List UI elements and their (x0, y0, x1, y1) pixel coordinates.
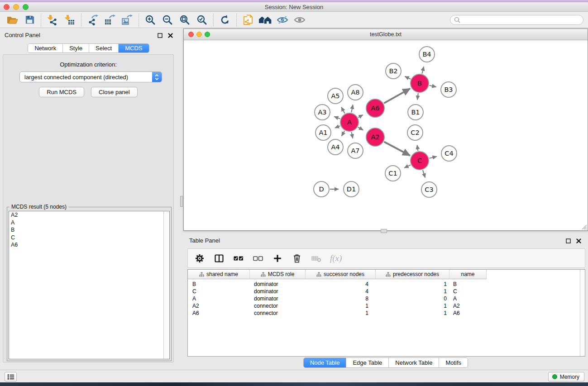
edge-C-C2[interactable] (417, 145, 418, 151)
result-item[interactable]: A (9, 219, 169, 227)
table-row[interactable]: Adominator80A (188, 295, 585, 302)
cell-name[interactable]: B (449, 281, 487, 288)
hide-selected-button[interactable] (274, 13, 291, 27)
cell-predecessors[interactable]: 1 (376, 302, 449, 310)
cell-mcds-role[interactable]: dominator (250, 288, 306, 295)
graph-node-C1[interactable]: C1 (385, 166, 401, 181)
graph-node-A6[interactable]: A6 (366, 99, 384, 117)
splitter-handle-bottom[interactable] (381, 229, 387, 233)
edge-B-B4[interactable] (422, 67, 424, 74)
zoom-fit-button[interactable] (176, 13, 193, 27)
edge-A-A6[interactable] (358, 115, 363, 118)
run-mcds-button[interactable]: Run MCDS (39, 87, 84, 97)
create-column-button[interactable] (272, 253, 283, 264)
show-all-button[interactable] (291, 13, 308, 27)
tab-motifs[interactable]: Motifs (439, 358, 468, 367)
edge-C-C1[interactable] (404, 165, 411, 168)
import-network-button[interactable] (44, 13, 61, 27)
tab-network-table[interactable]: Network Table (389, 358, 439, 367)
table-row[interactable]: A6connector11A6 (188, 310, 585, 317)
cell-predecessors[interactable]: 0 (376, 295, 449, 302)
zoom-in-button[interactable] (142, 13, 159, 27)
cell-shared-name[interactable]: A6 (188, 310, 250, 317)
graph-node-B2[interactable]: B2 (386, 63, 401, 79)
delete-column-button[interactable] (291, 253, 303, 264)
memory-button[interactable]: Memory (548, 372, 584, 381)
search-input[interactable] (463, 17, 583, 23)
tab-style[interactable]: Style (63, 44, 89, 52)
edge-A-A1[interactable] (335, 126, 340, 128)
graph-node-A8[interactable]: A8 (348, 85, 363, 100)
tab-mcds[interactable]: MCDS (119, 44, 148, 52)
zoom-out-button[interactable] (159, 13, 176, 27)
cell-successors[interactable]: 1 (306, 310, 376, 317)
tab-network[interactable]: Network (28, 44, 63, 52)
close-table-panel-button[interactable] (575, 238, 582, 244)
result-item[interactable]: A2 (9, 211, 169, 219)
graph-node-C4[interactable]: C4 (441, 146, 457, 161)
edge-A-A2[interactable] (358, 127, 363, 130)
edge-C-C3[interactable] (423, 170, 425, 178)
import-table-button[interactable] (61, 13, 78, 27)
graph-node-A7[interactable]: A7 (348, 143, 363, 158)
graph-node-B1[interactable]: B1 (408, 105, 423, 120)
resize-grip[interactable] (581, 224, 587, 230)
graph-node-A2[interactable]: A2 (366, 128, 384, 146)
edge-A-A8[interactable] (351, 105, 353, 113)
deselect-all-columns-button[interactable] (252, 253, 264, 264)
graph-node-B4[interactable]: B4 (419, 47, 435, 62)
close-panel-button[interactable] (167, 32, 173, 38)
home-button[interactable] (257, 13, 274, 27)
column-header-predecessor-nodes[interactable]: predecessor nodes (376, 270, 449, 279)
edge-A-A5[interactable] (341, 107, 344, 114)
column-header-mcds-role[interactable]: MCDS role (250, 270, 306, 279)
export-image-button[interactable] (119, 13, 136, 27)
result-item[interactable]: A6 (9, 241, 169, 249)
table-settings-button[interactable] (194, 253, 206, 264)
table-row[interactable]: A2connector11A2 (188, 302, 585, 310)
tab-node-table[interactable]: Node Table (304, 358, 347, 367)
zoom-selected-button[interactable] (193, 13, 210, 27)
cell-successors[interactable]: 8 (306, 295, 376, 302)
edge-A6-B[interactable] (384, 89, 410, 104)
cell-predecessors[interactable]: 1 (376, 281, 449, 288)
cell-successors[interactable]: 4 (306, 288, 376, 295)
export-table-button[interactable] (101, 13, 119, 27)
cell-mcds-role[interactable]: connector (250, 310, 306, 317)
cell-mcds-role[interactable]: dominator (250, 295, 306, 302)
tab-edge-table[interactable]: Edge Table (346, 358, 389, 367)
cell-mcds-role[interactable]: dominator (250, 281, 306, 288)
graph-node-B3[interactable]: B3 (441, 82, 456, 97)
criterion-dropdown[interactable]: largest connected component (directed) (19, 71, 162, 82)
cell-name[interactable]: C (449, 288, 487, 295)
export-network-button[interactable] (84, 13, 101, 27)
cell-successors[interactable]: 1 (306, 302, 376, 310)
edge-B-B1[interactable] (417, 93, 418, 100)
cell-shared-name[interactable]: A (188, 295, 250, 302)
splitter-handle-left[interactable] (180, 196, 183, 207)
open-session-button[interactable] (4, 13, 21, 27)
show-column-panel-button[interactable] (213, 253, 225, 264)
cell-predecessors[interactable]: 1 (376, 310, 449, 317)
edge-A2-C[interactable] (384, 142, 410, 156)
graph-node-A[interactable]: A (340, 113, 359, 131)
table-scrollbar[interactable] (580, 270, 585, 356)
column-header-shared-name[interactable]: shared name (188, 270, 250, 279)
graph-node-A4[interactable]: A4 (328, 139, 343, 155)
edge-C-C4[interactable] (429, 157, 436, 158)
tab-select[interactable]: Select (89, 44, 119, 52)
cell-shared-name[interactable]: B (188, 281, 250, 288)
select-all-columns-button[interactable] (233, 253, 244, 264)
cell-name[interactable]: A2 (449, 302, 487, 310)
edge-B-B3[interactable] (430, 86, 436, 87)
edge-A-A4[interactable] (342, 131, 345, 136)
graph-node-D1[interactable]: D1 (344, 181, 359, 197)
save-session-button[interactable] (21, 13, 38, 27)
task-history-button[interactable] (5, 372, 17, 381)
result-item[interactable]: C (9, 234, 169, 242)
float-panel-button[interactable] (157, 32, 163, 38)
result-scrollbar[interactable] (163, 211, 169, 359)
edge-B-B2[interactable] (405, 76, 411, 79)
refresh-button[interactable] (216, 13, 234, 27)
table-row[interactable]: Cdominator41C (188, 288, 585, 295)
